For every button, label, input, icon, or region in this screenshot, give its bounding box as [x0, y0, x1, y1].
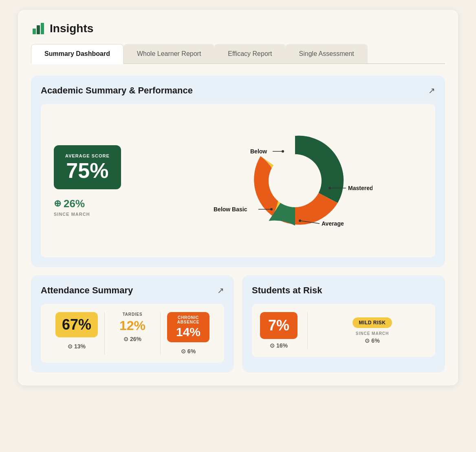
tab-summary-dashboard[interactable]: Summary Dashboard	[31, 44, 123, 64]
risk-percent-box: 7%	[260, 312, 298, 339]
below-basic-dot	[270, 208, 273, 210]
risk-divider	[307, 312, 308, 349]
score-change-value: 26%	[64, 197, 85, 210]
mild-risk-change-icon: ⊙	[365, 337, 370, 344]
below-label: Below	[250, 148, 267, 155]
header: Insights	[31, 21, 445, 36]
average-label: Average	[322, 220, 344, 227]
average-score-value: 75%	[65, 160, 110, 181]
tab-whole-learner-report[interactable]: Whole Learner Report	[123, 44, 214, 63]
tab-single-assessment[interactable]: Single Assessment	[286, 44, 368, 63]
svg-rect-0	[33, 29, 36, 34]
score-change-indicator: ⊕ 26%	[54, 197, 85, 210]
academic-card-title: Academic Summary & Performance	[41, 85, 193, 96]
tardies-metric: TARDIES 12% ⊙ 26%	[105, 312, 161, 355]
attendance-change-value: 13%	[74, 343, 86, 350]
change-up-icon: ⊕	[54, 198, 61, 209]
donut-chart-section: Below Mastered Below Basic Average	[152, 115, 422, 246]
below-basic-label: Below Basic	[214, 206, 247, 213]
chronic-change-value: 6%	[187, 348, 196, 355]
tardies-label: TARDIES	[111, 312, 154, 317]
donut-hole	[269, 154, 322, 207]
risk-metrics-row: 7% ⊙ 16% MILD RISK SINCE MARCH ⊙ 6%	[252, 304, 435, 357]
attendance-main-metric: 67% ⊙ 13%	[49, 312, 105, 355]
chronic-absence-value: 14%	[172, 325, 205, 339]
bottom-cards-row: Attendance Summary ↗ 67% ⊙ 13% TARDIES	[31, 275, 445, 372]
risk-card-header: Students at Risk	[252, 285, 435, 296]
mastered-label: Mastered	[348, 185, 372, 191]
academic-content-area: AVERAGE SCORE 75% ⊕ 26% SINCE MARCH	[41, 104, 435, 257]
tardies-value: 12%	[111, 318, 154, 333]
tab-efficacy-report[interactable]: Efficacy Report	[214, 44, 285, 63]
risk-change-icon: ⊙	[270, 342, 275, 349]
chronic-absence-metric: CHRONIC ABSENCE 14% ⊙ 6%	[161, 312, 216, 355]
attendance-main-box: 67%	[55, 312, 98, 337]
risk-main-metric: 7% ⊙ 16%	[260, 312, 298, 349]
chronic-absence-change: ⊙ 6%	[167, 348, 209, 355]
students-at-risk-card: Students at Risk 7% ⊙ 16% MILD RISK SINC…	[242, 275, 445, 372]
mild-risk-badge: MILD RISK	[353, 317, 392, 328]
attendance-main-change: ⊙ 13%	[55, 343, 98, 350]
tab-bar: Summary Dashboard Whole Learner Report E…	[31, 44, 445, 64]
academic-external-link-icon[interactable]: ↗	[428, 86, 435, 95]
below-dot	[282, 150, 284, 153]
donut-chart-svg: Below Mastered Below Basic Average	[201, 115, 372, 246]
average-score-box: AVERAGE SCORE 75%	[54, 145, 121, 189]
svg-rect-1	[37, 25, 40, 34]
tardies-change: ⊙ 26%	[111, 336, 154, 342]
risk-change-value: 16%	[276, 342, 288, 349]
attendance-summary-card: Attendance Summary ↗ 67% ⊙ 13% TARDIES	[31, 275, 234, 372]
score-section: AVERAGE SCORE 75% ⊕ 26% SINCE MARCH	[54, 145, 135, 217]
risk-card-title: Students at Risk	[252, 285, 322, 296]
app-container: Insights Summary Dashboard Whole Learner…	[18, 10, 458, 386]
attendance-metrics-row: 67% ⊙ 13% TARDIES 12% ⊙ 26%	[41, 304, 224, 363]
risk-value: 7%	[268, 317, 289, 334]
mild-risk-change-value: 6%	[371, 337, 379, 344]
attendance-main-value: 67%	[62, 316, 91, 333]
tardies-change-value: 26%	[130, 336, 141, 342]
chronic-absence-label: CHRONIC ABSENCE	[172, 315, 205, 324]
svg-rect-2	[41, 23, 44, 34]
since-march-label: SINCE MARCH	[54, 212, 90, 217]
attendance-external-link-icon[interactable]: ↗	[217, 286, 224, 295]
attendance-card-header: Attendance Summary ↗	[41, 285, 224, 296]
mild-risk-change: ⊙ 6%	[317, 337, 427, 344]
chronic-change-icon: ⊙	[181, 348, 186, 355]
academic-card-header: Academic Summary & Performance ↗	[41, 85, 435, 96]
mastered-dot	[328, 187, 331, 189]
insights-logo-icon	[31, 21, 46, 36]
risk-change: ⊙ 16%	[260, 342, 298, 349]
tardies-change-icon: ⊙	[123, 336, 128, 342]
academic-summary-card: Academic Summary & Performance ↗ AVERAGE…	[31, 75, 445, 267]
mild-risk-since-label: SINCE MARCH	[317, 331, 427, 336]
chronic-absence-box: CHRONIC ABSENCE 14%	[167, 312, 209, 342]
average-dot	[299, 219, 301, 222]
app-title: Insights	[50, 22, 93, 35]
average-score-label: AVERAGE SCORE	[65, 153, 110, 158]
attendance-change-icon: ⊙	[68, 343, 73, 350]
mild-risk-section: MILD RISK SINCE MARCH ⊙ 6%	[317, 317, 427, 344]
attendance-card-title: Attendance Summary	[41, 285, 133, 296]
